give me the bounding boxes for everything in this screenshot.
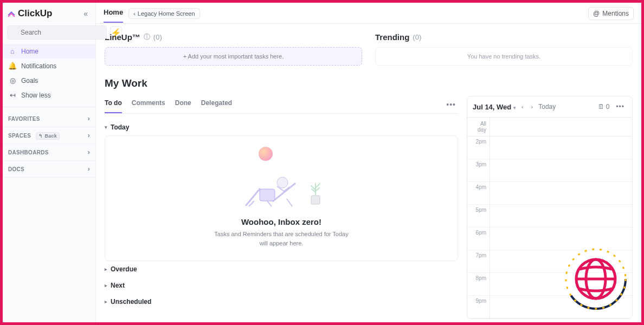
calendar-hour-row: 4pm — [467, 182, 632, 205]
goals-icon: ◎ — [8, 76, 17, 84]
lineup-title-row: LineUp™ ⓘ (0) — [105, 32, 362, 42]
calendar-allday-row: All day — [467, 118, 632, 136]
calendar-header-right: 🗓 0 ••• — [598, 101, 627, 113]
mywork-title: My Work — [105, 77, 633, 89]
empty-subtext: Tasks and Reminders that are scheduled f… — [211, 230, 352, 248]
lineup-count: (0) — [153, 33, 162, 41]
sidebar-search-row: ⌕ ⚡ — [3, 25, 91, 40]
allday-label: All day — [467, 118, 490, 136]
legacy-home-button[interactable]: ‹ Legacy Home Screen — [128, 8, 199, 19]
empty-illustration — [238, 147, 325, 212]
legacy-label: Legacy Home Screen — [138, 10, 195, 17]
tab-delegated[interactable]: Delegated — [201, 96, 232, 113]
sidebar-nav: ⌂ Home 🔔 Notifications ◎ Goals ↤ Show le… — [3, 43, 95, 103]
calendar-slot[interactable] — [490, 227, 632, 250]
sidebar-item-notifications[interactable]: 🔔 Notifications — [3, 58, 95, 73]
sidebar-item-label: Show less — [21, 92, 51, 99]
sidebar-collapse-icon[interactable]: « — [81, 7, 90, 20]
hour-label: 4pm — [467, 182, 490, 204]
sidebar-section-dashboards[interactable]: Dashboards › — [3, 144, 95, 161]
hour-label: 9pm — [467, 296, 490, 318]
sun-icon — [259, 147, 273, 161]
mentions-button[interactable]: @ Mentions — [588, 7, 634, 20]
group-next[interactable]: ▸ Next — [105, 277, 458, 294]
mywork-left: To do Comments Done Delegated ••• ▾ Toda… — [105, 96, 458, 310]
group-overdue[interactable]: ▸ Overdue — [105, 261, 458, 277]
app-name: ClickUp — [18, 8, 52, 19]
tab-comments[interactable]: Comments — [132, 96, 165, 113]
calendar-next-icon[interactable]: › — [529, 102, 536, 111]
clickup-logo-icon — [7, 9, 16, 18]
back-badge[interactable]: ↰ Back — [36, 132, 60, 140]
chevron-left-icon: ‹ — [133, 10, 136, 17]
content: LineUp™ ⓘ (0) Add your most important ta… — [96, 24, 641, 322]
today-empty-card: Woohoo, Inbox zero! Tasks and Reminders … — [105, 135, 458, 261]
hour-label: 7pm — [467, 250, 490, 272]
tab-todo[interactable]: To do — [105, 96, 122, 113]
calendar-hour-row: 2pm — [467, 136, 632, 159]
lineup-dropzone[interactable]: Add your most important tasks here. — [105, 47, 362, 66]
breadcrumb-home[interactable]: Home — [104, 8, 123, 23]
sidebar-section-label: Favorites — [8, 116, 40, 122]
calendar-more-icon[interactable]: ••• — [614, 101, 627, 113]
trending-block: Trending (0) You have no trending tasks. — [375, 32, 633, 66]
sidebar-section-docs[interactable]: Docs › — [3, 161, 95, 178]
lineup-block: LineUp™ ⓘ (0) Add your most important ta… — [105, 32, 362, 66]
calendar-slot[interactable] — [490, 159, 632, 181]
sidebar-item-home[interactable]: ⌂ Home — [3, 44, 95, 58]
trending-title: Trending — [375, 32, 409, 42]
sidebar-item-label: Goals — [21, 77, 38, 84]
calendar-prev-icon[interactable]: ‹ — [519, 102, 526, 111]
sidebar-item-goals[interactable]: ◎ Goals — [3, 73, 95, 88]
sidebar: ClickUp « ⌕ ⚡ ⌂ Home 🔔 Notifications — [3, 3, 96, 322]
calendar-grid: 2pm 3pm 4pm 5pm — [467, 136, 632, 318]
calendar-hour-row: 3pm — [467, 159, 632, 182]
svg-point-1 — [277, 177, 288, 188]
trending-empty: You have no trending tasks. — [375, 47, 633, 66]
calendar-slot[interactable] — [490, 182, 632, 204]
bell-icon: 🔔 — [8, 62, 17, 70]
main: Home ‹ Legacy Home Screen @ Mentions Lin… — [96, 3, 641, 322]
topbar-right: @ Mentions — [588, 7, 634, 23]
lounge-chair-icon — [243, 167, 308, 211]
mywork-row: To do Comments Done Delegated ••• ▾ Toda… — [105, 96, 633, 319]
calendar-date-nav: Jul 14, Wed ▾ ‹ › Today — [473, 102, 556, 111]
calendar-count: 0 — [606, 103, 610, 110]
calendar-slot[interactable] — [490, 273, 632, 295]
hour-label: 8pm — [467, 273, 490, 295]
divider — [3, 107, 95, 107]
trending-count: (0) — [413, 33, 421, 41]
sidebar-section-label: Dashboards — [8, 150, 49, 155]
info-icon[interactable]: ⓘ — [144, 32, 150, 42]
calendar-slot[interactable] — [490, 296, 632, 318]
sidebar-section-spaces[interactable]: Spaces ↰ Back › — [3, 127, 95, 144]
allday-body-cell[interactable] — [490, 118, 632, 136]
tab-done[interactable]: Done — [175, 96, 191, 113]
calendar-hour-row: 7pm — [467, 250, 632, 273]
group-label: Overdue — [111, 265, 137, 273]
chevron-right-icon: › — [88, 115, 90, 122]
search-input[interactable] — [7, 25, 107, 40]
calendar-icon: 🗓 — [598, 103, 604, 110]
sidebar-section-favorites[interactable]: Favorites › — [3, 110, 95, 127]
calendar-slot[interactable] — [490, 136, 632, 159]
calendar-date-text: Jul 14, Wed — [473, 103, 511, 111]
app-logo[interactable]: ClickUp — [7, 8, 52, 19]
mywork-more-icon[interactable]: ••• — [444, 98, 458, 111]
group-unscheduled[interactable]: ▸ Unscheduled — [105, 294, 458, 310]
calendar-hour-row: 9pm — [467, 296, 632, 318]
group-label: Unscheduled — [111, 298, 151, 306]
sidebar-item-show-less[interactable]: ↤ Show less — [3, 88, 95, 102]
calendar-today-button[interactable]: Today — [538, 103, 556, 110]
group-today[interactable]: ▾ Today — [105, 119, 458, 135]
calendar-count-badge[interactable]: 🗓 0 — [598, 103, 610, 110]
calendar-hour-row: 5pm — [467, 205, 632, 227]
triangle-right-icon: ▸ — [105, 266, 107, 272]
hour-label: 5pm — [467, 205, 490, 227]
calendar-slot[interactable] — [490, 205, 632, 227]
calendar-slot[interactable] — [490, 250, 632, 272]
svg-rect-2 — [311, 196, 320, 204]
mywork-tabs-row: To do Comments Done Delegated ••• — [105, 96, 458, 114]
plant-icon — [306, 178, 325, 209]
calendar-date-picker[interactable]: Jul 14, Wed ▾ — [473, 103, 516, 111]
